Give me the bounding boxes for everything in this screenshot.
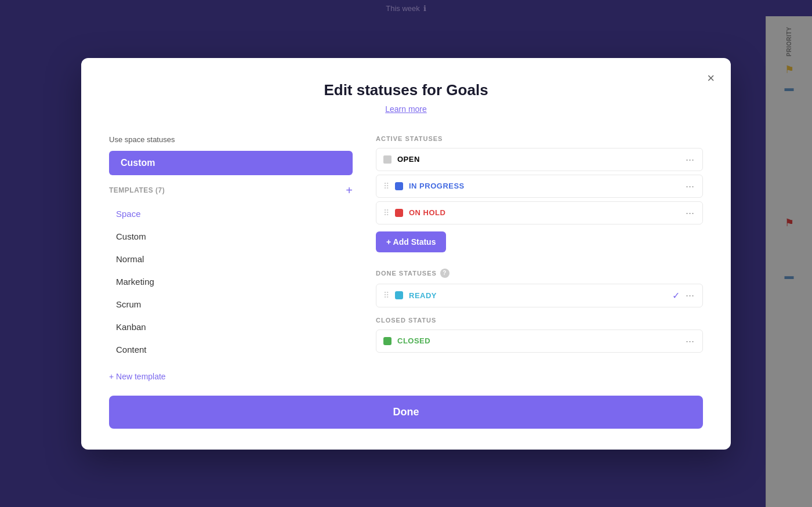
onhold-more-button[interactable]: ··· [684,208,695,218]
new-template-button[interactable]: + New template [109,372,166,381]
status-row-inprogress[interactable]: ⠿ IN PROGRESS ··· [376,175,703,198]
active-status-list: OPEN ··· ⠿ IN PROGRESS ··· [376,148,703,224]
onhold-drag-handle: ⠿ [383,208,389,218]
ready-name: READY [409,291,666,300]
open-name: OPEN [397,155,679,164]
template-item-space[interactable]: Space [109,203,353,224]
closed-status-list: CLOSED ··· [376,329,703,353]
ready-dot [395,291,403,299]
status-row-onhold[interactable]: ⠿ ON HOLD ··· [376,201,703,224]
learn-more-link[interactable]: Learn more [385,104,427,114]
done-help-icon[interactable]: ? [440,269,449,278]
template-item-kanban[interactable]: Kanban [109,316,353,338]
right-panel: ACTIVE STATUSES OPEN ··· ⠿ [376,135,703,382]
inprogress-drag-handle: ⠿ [383,182,389,191]
ready-actions: ✓ ··· [672,290,695,301]
inprogress-name: IN PROGRESS [409,182,679,190]
modal-overlay: × Edit statuses for Goals Learn more Use… [0,0,812,507]
status-row-ready[interactable]: ⠿ READY ✓ ··· [376,284,703,307]
custom-selected-button[interactable]: Custom [109,151,353,175]
closed-actions: ··· [684,336,695,346]
ready-drag-handle: ⠿ [383,291,389,300]
template-item-scrum[interactable]: Scrum [109,294,353,315]
use-space-label: Use space statuses [109,135,353,144]
inprogress-actions: ··· [684,181,695,191]
closed-name: CLOSED [397,336,679,345]
open-more-button[interactable]: ··· [684,154,695,165]
done-button[interactable]: Done [109,396,703,429]
closed-status-label: CLOSED STATUS [376,317,703,324]
close-button[interactable]: × [705,70,717,87]
ready-more-button[interactable]: ··· [684,290,695,300]
modal-body: Use space statuses Custom TEMPLATES (7) … [109,135,703,382]
status-row-open[interactable]: OPEN ··· [376,148,703,171]
done-statuses-label: DONE STATUSES ? [376,269,703,278]
template-item-marketing[interactable]: Marketing [109,271,353,292]
modal-header: Edit statuses for Goals Learn more [109,81,703,114]
inprogress-dot [395,182,403,190]
inprogress-more-button[interactable]: ··· [684,181,695,191]
done-statuses-section: DONE STATUSES ? ⠿ READY ✓ ··· [376,269,703,307]
modal: × Edit statuses for Goals Learn more Use… [81,58,731,450]
templates-label: TEMPLATES (7) [109,186,165,194]
active-statuses-label: ACTIVE STATUSES [376,135,703,142]
template-item-content[interactable]: Content [109,339,353,360]
closed-more-button[interactable]: ··· [684,336,695,346]
closed-dot [383,337,392,345]
open-actions: ··· [684,154,695,165]
onhold-name: ON HOLD [409,208,679,217]
onhold-actions: ··· [684,208,695,218]
template-list: Space Custom Normal Marketing Scrum Kanb… [109,203,353,360]
ready-check-icon: ✓ [672,290,680,301]
templates-row: TEMPLATES (7) + [109,184,353,196]
modal-title: Edit statuses for Goals [109,81,703,99]
template-item-normal[interactable]: Normal [109,248,353,270]
closed-status-section: CLOSED STATUS CLOSED ··· [376,317,703,353]
open-dot [383,155,392,164]
left-panel: Use space statuses Custom TEMPLATES (7) … [109,135,353,382]
add-status-button[interactable]: + Add Status [376,231,446,252]
template-item-custom[interactable]: Custom [109,226,353,247]
status-row-closed[interactable]: CLOSED ··· [376,329,703,353]
done-status-list: ⠿ READY ✓ ··· [376,284,703,307]
templates-plus-button[interactable]: + [346,184,353,196]
onhold-dot [395,209,403,217]
